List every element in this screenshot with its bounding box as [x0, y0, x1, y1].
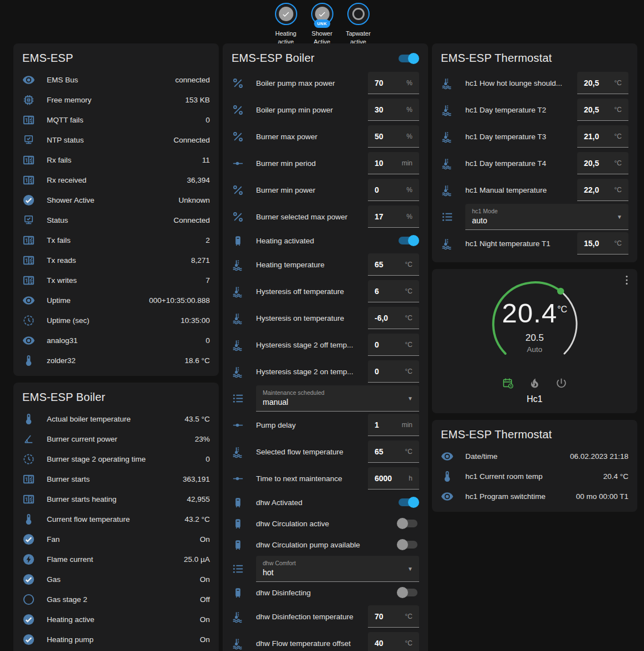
thermometer-water-icon: [232, 339, 244, 351]
entity-row[interactable]: Burner current power 23%: [22, 429, 210, 449]
number-input[interactable]: 15,0 °C: [577, 232, 628, 254]
number-input[interactable]: 70 °C: [368, 605, 419, 628]
select-label: dhw Comfort: [263, 560, 404, 566]
number-input[interactable]: 1 min: [368, 414, 419, 436]
number-input[interactable]: 6000 h: [368, 467, 419, 490]
list-icon: [232, 562, 244, 575]
hvac-mode: Auto: [527, 345, 543, 354]
number-input[interactable]: 21,0 °C: [577, 125, 628, 148]
water-heater-icon: [232, 539, 244, 551]
number-input[interactable]: 40 °C: [368, 632, 419, 651]
select-field[interactable]: dhw Comfort hot ▼: [256, 556, 419, 582]
badge-tapwater-active[interactable]: Tapwater active: [341, 3, 376, 46]
toggle-switch[interactable]: [399, 237, 417, 244]
entity-label: Uptime: [47, 296, 149, 305]
number-input[interactable]: 17 %: [368, 205, 419, 228]
entity-row[interactable]: EMS Bus connected: [22, 70, 210, 90]
number-value: 0: [375, 367, 379, 376]
entity-row[interactable]: MQTT fails 0: [22, 110, 210, 130]
number-input[interactable]: 22,0 °C: [577, 179, 628, 201]
entity-row[interactable]: Date/time 06.02.2023 21:18: [441, 446, 628, 466]
entity-value: 153 KB: [185, 96, 210, 104]
entity-row[interactable]: Heating active On: [22, 609, 210, 629]
badge-heating-active[interactable]: Heating active: [269, 3, 303, 46]
thermometer-icon: [441, 470, 454, 483]
number-input[interactable]: 65 °C: [368, 440, 419, 463]
entity-row: hc1 Day temperature T3 21,0 °C: [441, 123, 628, 150]
clock-icon: [22, 453, 35, 466]
number-input[interactable]: 20,5 °C: [577, 99, 628, 121]
fire-icon[interactable]: [528, 377, 541, 389]
entity-value: Connected: [174, 136, 210, 144]
number-input[interactable]: 30 %: [368, 99, 419, 121]
entity-row[interactable]: analog31 0: [22, 330, 210, 350]
thermostat-dial[interactable]: 20.4°C 20.5 Auto: [488, 277, 582, 371]
number-input[interactable]: 20,5 °C: [577, 152, 628, 174]
entity-row[interactable]: NTP status Connected: [22, 130, 210, 150]
number-input[interactable]: 0 °C: [368, 360, 419, 383]
entity-row[interactable]: Uptime (sec) 10:35:00: [22, 310, 210, 330]
number-input[interactable]: 20,5 °C: [577, 72, 628, 94]
entity-label: hc1 Current room temp: [465, 472, 603, 481]
entity-row[interactable]: Heating pump On: [22, 629, 210, 649]
eye-icon: [441, 490, 454, 503]
entity-label: hc1 How hot lounge should...: [465, 79, 577, 87]
number-input[interactable]: 70 %: [368, 72, 419, 94]
entity-row[interactable]: hc1 Current room temp 20.4 °C: [441, 466, 628, 486]
entity-row[interactable]: Gas stage 2 Off: [22, 589, 210, 609]
number-input[interactable]: -6,0 °C: [368, 307, 419, 329]
number-unit: °C: [405, 613, 412, 620]
entity-label: Gas stage 2: [47, 595, 200, 604]
entity-row[interactable]: Rx received 36,394: [22, 170, 210, 190]
entity-row[interactable]: Gas On: [22, 569, 210, 589]
kebab-menu-icon[interactable]: [621, 274, 633, 286]
entity-row[interactable]: Fan On: [22, 529, 210, 549]
number-input[interactable]: 50 %: [368, 125, 419, 148]
entity-row[interactable]: Burner starts heating 42,955: [22, 489, 210, 509]
entity-row[interactable]: Rx fails 11: [22, 150, 210, 170]
badge-shower-active[interactable]: UNK Shower Active: [305, 3, 340, 46]
entity-row[interactable]: Burner starts 363,191: [22, 469, 210, 489]
entity-label: Boiler pump min power: [256, 106, 368, 114]
entity-value: 0: [205, 455, 210, 463]
entity-row[interactable]: Uptime 000+10:35:00.888: [22, 290, 210, 310]
card-header-toggle[interactable]: [399, 55, 417, 62]
power-icon[interactable]: [555, 377, 568, 389]
entity-row[interactable]: Tx writes 7: [22, 270, 210, 290]
toggle-switch[interactable]: [399, 520, 417, 527]
select-field[interactable]: hc1 Mode auto ▼: [465, 204, 628, 230]
entity-row[interactable]: Free memory 153 KB: [22, 90, 210, 110]
calendar-clock-icon[interactable]: [502, 377, 514, 389]
entity-row[interactable]: hc1 Program switchtime 00 mo 00:00 T1: [441, 486, 628, 506]
target-temperature: 20.5: [525, 332, 544, 344]
thermometer-water-icon: [232, 285, 244, 298]
entity-label: Current flow temperature: [47, 515, 185, 523]
number-input[interactable]: 6 °C: [368, 280, 419, 302]
toggle-switch[interactable]: [399, 541, 417, 549]
number-input[interactable]: 65 °C: [368, 253, 419, 276]
entity-row[interactable]: Flame current 25.0 µA: [22, 549, 210, 569]
entity-row[interactable]: Tx reads 8,271: [22, 250, 210, 270]
thermometer-water-icon: [232, 312, 244, 325]
entity-row[interactable]: Status Connected: [22, 210, 210, 230]
number-input[interactable]: 10 min: [368, 152, 419, 174]
counter-icon: [22, 473, 35, 486]
toggle-switch[interactable]: [399, 589, 417, 596]
entity-row[interactable]: Current flow temperature 43.2 °C: [22, 509, 210, 529]
number-input[interactable]: 0 %: [368, 179, 419, 201]
entity-label: dhw Flow temperature offset: [256, 639, 368, 648]
entity-label: NTP status: [47, 136, 174, 144]
number-value: 20,5: [584, 159, 599, 168]
entity-row: Hysteresis off temperature 6 °C: [232, 278, 419, 305]
entity-label: Rx received: [47, 176, 187, 184]
select-field[interactable]: Maintenance scheduled manual ▼: [256, 385, 419, 412]
number-input[interactable]: 0 °C: [368, 334, 419, 356]
entity-row[interactable]: Tx fails 2: [22, 230, 210, 250]
entity-row[interactable]: Shower Active Unknown: [22, 190, 210, 210]
entity-row[interactable]: Burner stage 2 operating time 0: [22, 449, 210, 469]
entity-row[interactable]: zolder32 18.6 °C: [22, 350, 210, 370]
entity-label: MQTT fails: [47, 116, 205, 124]
entity-row[interactable]: Actual boiler temperature 43.5 °C: [22, 409, 210, 429]
toggle-switch[interactable]: [399, 498, 417, 506]
entity-value: Unknown: [179, 196, 210, 204]
